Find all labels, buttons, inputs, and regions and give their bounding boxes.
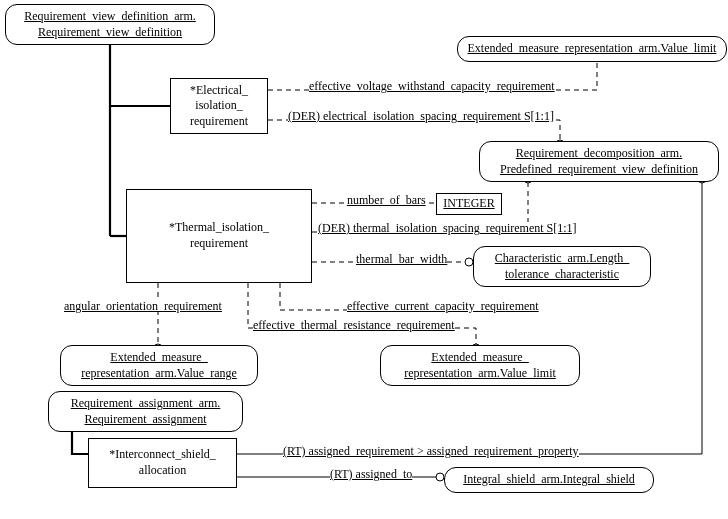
text: Requirement_assignment [85,412,207,426]
label-der-electrical-spacing: (DER) electrical_isolation_spacing_requi… [288,110,554,122]
entity-interconnect-shield-allocation: *Interconnect_shield_ allocation [88,438,237,488]
text: requirement [190,114,248,128]
entity-thermal-isolation-requirement: *Thermal_isolation_ requirement [126,189,312,283]
text: Integral_shield_arm.Integral_shield [463,472,635,486]
label-number-of-bars: number_of_bars [347,194,426,206]
text: isolation_ [195,98,242,112]
entity-requirement-assignment: Requirement_assignment_arm. Requirement_… [48,391,243,432]
text: *Interconnect_shield_ [109,447,216,461]
text: Characteristic_arm.Length_ [495,251,629,265]
text: Extended_measure_ [110,350,207,364]
entity-requirement-view-definition: Requirement_view_definition_arm. Require… [5,4,215,45]
text: *Thermal_isolation_ [169,220,269,234]
entity-electrical-isolation-requirement: *Electrical_ isolation_ requirement [170,78,268,134]
text: *Electrical_ [190,83,248,97]
text: Requirement_view_definition_arm. [24,9,196,23]
label-angular-orientation: angular_orientation_requirement [64,300,222,312]
text: INTEGER [443,196,494,210]
text: Predefined_requirement_view_definition [500,162,698,176]
svg-point-7 [436,473,444,481]
entity-integer: INTEGER [436,193,502,215]
text: requirement [190,236,248,250]
text: allocation [139,463,186,477]
label-effective-thermal-resistance: effective_thermal_resistance_requirement [253,319,455,331]
svg-point-4 [465,258,473,266]
text: representation_arm.Value_range [81,366,237,380]
entity-requirement-decomposition: Requirement_decomposition_arm. Predefine… [479,141,719,182]
entity-characteristic-length-tolerance: Characteristic_arm.Length_ tolerance_cha… [473,246,651,287]
label-rt-assigned-requirement: (RT) assigned_requirement > assigned_req… [283,445,579,457]
label-rt-assigned-to: (RT) assigned_to [330,468,412,480]
text: tolerance_characteristic [505,267,619,281]
label-thermal-bar-width: thermal_bar_width [356,253,447,265]
text: Extended_measure_ [431,350,528,364]
entity-extended-value-range: Extended_measure_ representation_arm.Val… [60,345,258,386]
text: Requirement_assignment_arm. [71,396,221,410]
entity-extended-value-limit-bottom: Extended_measure_ representation_arm.Val… [380,345,580,386]
label-effective-voltage: effective_voltage_withstand_capacity_req… [309,80,555,92]
text: Requirement_decomposition_arm. [516,146,682,160]
label-effective-current: effective_current_capacity_requirement [347,300,539,312]
entity-integral-shield: Integral_shield_arm.Integral_shield [444,467,654,493]
text: representation_arm.Value_limit [404,366,556,380]
label-der-thermal-spacing: (DER) thermal_isolation_spacing_requirem… [318,222,577,234]
entity-extended-value-limit-top: Extended_measure_representation_arm.Valu… [457,36,727,62]
text: Requirement_view_definition [38,25,182,39]
text: Extended_measure_representation_arm.Valu… [468,41,717,55]
